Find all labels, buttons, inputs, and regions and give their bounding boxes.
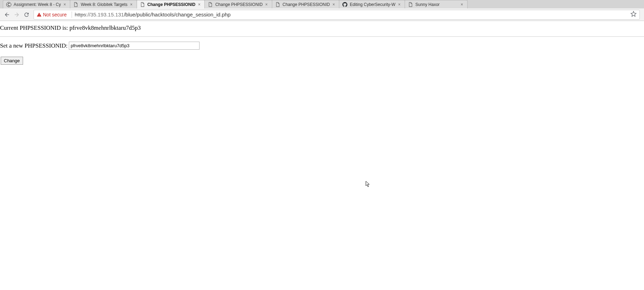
not-secure-text: Not secure xyxy=(43,12,67,17)
session-id-input[interactable] xyxy=(69,42,200,50)
svg-text:C: C xyxy=(7,2,10,6)
page-icon xyxy=(140,2,145,7)
tab-change-phpsessionid-3[interactable]: Change PHPSESSIONID × xyxy=(272,0,339,8)
github-icon xyxy=(342,2,348,7)
page-icon xyxy=(73,2,79,7)
page-icon xyxy=(275,2,281,7)
tab-title: Change PHPSESSIONID xyxy=(215,2,262,7)
set-session-form-line: Set a new PHPSESSIONID: xyxy=(0,42,644,50)
tab-change-phpsessionid-2[interactable]: Change PHPSESSIONID × xyxy=(204,0,272,8)
tab-title: Sunny Haxor xyxy=(415,2,458,7)
current-session-label: Current PHPSESSIONID is: xyxy=(0,24,70,31)
url-path: /blue/public/hacktools/change_session_id… xyxy=(124,12,231,17)
tab-sunny-haxor[interactable]: Sunny Haxor × xyxy=(405,0,468,8)
url-protocol: https xyxy=(75,12,86,17)
tab-title: Week 8: Globitek Targets xyxy=(81,2,128,7)
tab-title: Editing CyberSecurity-W xyxy=(350,2,396,7)
tab-title: Change PHPSESSIONID xyxy=(147,2,195,7)
close-icon[interactable]: × xyxy=(129,2,134,7)
tab-title: Assignment: Week 8 - Cy xyxy=(14,2,61,7)
change-button[interactable]: Change xyxy=(1,57,23,65)
mouse-cursor-icon xyxy=(366,181,371,188)
bookmark-star-icon[interactable] xyxy=(630,11,637,18)
back-button[interactable] xyxy=(2,10,12,20)
tab-editing-cybersecurity[interactable]: Editing CyberSecurity-W × xyxy=(339,0,405,8)
tab-title: Change PHPSESSIONID xyxy=(283,2,330,7)
close-icon[interactable]: × xyxy=(460,2,464,7)
close-icon[interactable]: × xyxy=(331,2,336,7)
close-icon[interactable]: × xyxy=(397,2,402,7)
url-host: ://35.193.15.131 xyxy=(86,12,124,17)
separator xyxy=(72,12,72,18)
page-icon xyxy=(408,2,413,7)
close-icon[interactable]: × xyxy=(62,2,67,7)
page-icon xyxy=(208,2,213,7)
url-display: https://35.193.15.131/blue/public/hackto… xyxy=(75,12,231,17)
address-bar[interactable]: Not secure https://35.193.15.131/blue/pu… xyxy=(34,10,640,20)
warning-triangle-icon xyxy=(37,12,42,17)
browser-chrome: C Assignment: Week 8 - Cy × Week 8: Glob… xyxy=(0,0,644,21)
tab-strip: C Assignment: Week 8 - Cy × Week 8: Glob… xyxy=(0,0,644,8)
page-content: Current PHPSESSIONID is: pfrve8vk8mehnrl… xyxy=(0,21,644,65)
set-session-label: Set a new PHPSESSIONID: xyxy=(0,42,67,49)
tab-change-phpsessionid-active[interactable]: Change PHPSESSIONID × xyxy=(137,0,205,8)
close-icon[interactable]: × xyxy=(264,2,269,7)
forward-button[interactable] xyxy=(12,10,22,20)
reload-button[interactable] xyxy=(22,10,31,20)
close-icon[interactable]: × xyxy=(197,2,202,7)
nav-bar: Not secure https://35.193.15.131/blue/pu… xyxy=(0,8,644,21)
tab-globitek-targets[interactable]: Week 8: Globitek Targets × xyxy=(70,0,137,8)
current-session-line: Current PHPSESSIONID is: pfrve8vk8mehnrl… xyxy=(0,21,644,34)
not-secure-warning: Not secure xyxy=(37,12,67,17)
c-letter-icon: C xyxy=(6,2,12,7)
divider xyxy=(0,36,644,37)
tab-assignment-week8[interactable]: C Assignment: Week 8 - Cy × xyxy=(3,0,70,8)
current-session-value: pfrve8vk8mehnrlbktaru7d5p3 xyxy=(70,24,141,31)
